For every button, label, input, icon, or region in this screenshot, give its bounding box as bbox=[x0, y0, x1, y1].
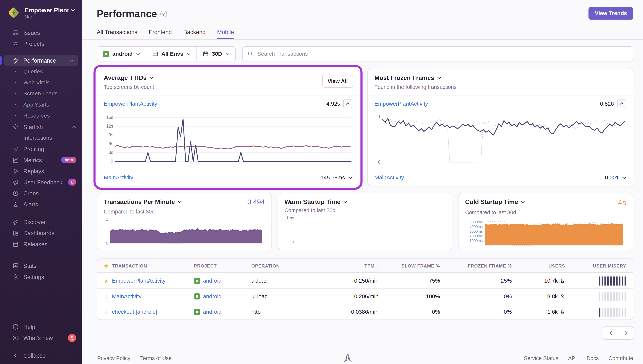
sentry-logo bbox=[342, 353, 353, 363]
metrics-icon bbox=[12, 157, 19, 163]
sidebar-item-user-feedback[interactable]: User Feedback B bbox=[0, 176, 82, 188]
column-header-sorted[interactable]: TPM ↓ bbox=[364, 263, 378, 268]
help-icon: ? bbox=[12, 324, 19, 330]
warm-startup-chart[interactable]: 1ms0 bbox=[284, 216, 445, 246]
project-link[interactable]: android bbox=[203, 278, 221, 284]
column-header[interactable]: USER MISERY bbox=[593, 263, 626, 268]
date-range-filter[interactable]: 30D bbox=[196, 47, 235, 61]
collapse-toggle-button[interactable] bbox=[617, 99, 626, 108]
frozen-frame-cell: 0% bbox=[504, 309, 512, 315]
contribute-link[interactable]: Contribute bbox=[608, 355, 633, 361]
view-all-button[interactable]: View All bbox=[322, 75, 353, 88]
widget-title[interactable]: Warm Startup Time bbox=[284, 198, 341, 205]
project-link[interactable]: android bbox=[203, 293, 221, 299]
ttid-chart[interactable]: 15s12s9s6s3s0 bbox=[97, 111, 359, 169]
expand-toggle-button[interactable] bbox=[622, 176, 626, 179]
service-status-link[interactable]: Service Status bbox=[524, 355, 558, 361]
tab-frontend[interactable]: Frontend bbox=[149, 29, 172, 39]
transaction-link[interactable]: EmpowerPlantActivity bbox=[375, 100, 428, 107]
view-trends-button[interactable]: View Trends bbox=[589, 7, 633, 20]
widget-title[interactable]: Average TTIDs bbox=[104, 74, 147, 81]
transaction-row: EmpowerPlantActivity 0.826 bbox=[368, 96, 633, 110]
sidebar-item-profiling[interactable]: Profiling bbox=[0, 144, 82, 154]
tpm-chart[interactable]: 10 bbox=[104, 217, 265, 248]
widget-title[interactable]: Transactions Per Minute bbox=[104, 198, 175, 205]
title-help-icon[interactable]: ? bbox=[160, 10, 167, 17]
sidebar-item-discover[interactable]: Discover bbox=[0, 216, 82, 227]
sidebar-item-settings[interactable]: Settings bbox=[0, 271, 82, 282]
sidebar-item-label: Replays bbox=[23, 168, 44, 174]
column-header[interactable]: SLOW FRAME % bbox=[402, 263, 440, 268]
transaction-link[interactable]: MainActivity bbox=[104, 174, 133, 181]
sidebar-item-releases[interactable]: Releases bbox=[0, 238, 82, 250]
project-link[interactable]: android bbox=[203, 309, 221, 315]
transaction-link[interactable]: checkout [android] bbox=[112, 309, 194, 315]
sidebar-item-help[interactable]: ? Help bbox=[0, 321, 82, 332]
tab-backend[interactable]: Backend bbox=[183, 29, 206, 39]
sidebar-item-alerts[interactable]: Alerts bbox=[0, 199, 82, 210]
table-row[interactable]: ★ EmpowerPlantActivity android ui.load 0… bbox=[97, 273, 633, 288]
transaction-link[interactable]: MainActivity bbox=[375, 174, 404, 181]
star-toggle[interactable]: ☆ bbox=[97, 293, 112, 300]
column-header[interactable]: USERS bbox=[548, 263, 565, 268]
column-header[interactable]: OPERATION bbox=[251, 263, 313, 268]
svg-text:3s: 3s bbox=[109, 150, 113, 155]
sidebar-item-screen-loads[interactable]: Screen Loads bbox=[0, 88, 82, 99]
search-input[interactable] bbox=[242, 46, 633, 61]
widget-title[interactable]: Cold Startup Time bbox=[465, 198, 518, 205]
transaction-link[interactable]: EmpowerPlantActivity bbox=[112, 278, 194, 284]
api-link[interactable]: API bbox=[568, 355, 577, 361]
users-cell: 8.8k bbox=[547, 293, 558, 299]
archive-icon bbox=[12, 241, 19, 247]
sidebar-item-metrics[interactable]: Metrics beta bbox=[0, 154, 82, 166]
column-header[interactable]: TRANSACTION bbox=[112, 263, 194, 268]
privacy-policy-link[interactable]: Privacy Policy bbox=[97, 355, 130, 361]
star-column-header-icon[interactable]: ★ bbox=[97, 262, 112, 269]
sidebar-item-app-starts[interactable]: App Starts bbox=[0, 99, 82, 110]
project-filter[interactable]: android bbox=[97, 47, 146, 61]
transaction-link[interactable]: MainActivity bbox=[112, 293, 194, 299]
slow-frame-cell: 75% bbox=[429, 278, 440, 284]
star-toggle[interactable]: ★ bbox=[97, 278, 112, 284]
broadcast-icon bbox=[12, 334, 19, 341]
transaction-value: 145.68ms bbox=[320, 174, 345, 181]
sidebar-item-replays[interactable]: Replays bbox=[0, 166, 82, 176]
sidebar-item-stats[interactable]: Stats bbox=[0, 260, 82, 271]
terms-of-use-link[interactable]: Terms of Use bbox=[140, 355, 172, 361]
environment-filter[interactable]: All Envs bbox=[146, 47, 196, 61]
sidebar-item-interactions[interactable]: Interactions bbox=[0, 132, 82, 143]
org-switcher[interactable]: Empower Plant Nar bbox=[0, 0, 82, 24]
column-header[interactable]: FROZEN FRAME % bbox=[468, 263, 512, 268]
chevron-up-icon bbox=[70, 59, 74, 62]
sidebar-item-queries[interactable]: Queries bbox=[0, 66, 82, 77]
collapse-toggle-button[interactable] bbox=[343, 99, 352, 108]
expand-toggle-button[interactable] bbox=[348, 176, 352, 179]
whats-new-count-badge: 5 bbox=[68, 334, 76, 342]
sidebar-item-web-vitals[interactable]: Web Vitals bbox=[0, 77, 82, 88]
cold-startup-chart[interactable]: 5000ms4000ms3000ms2000ms1000ms bbox=[465, 218, 626, 248]
transaction-link[interactable]: EmpowerPlantActivity bbox=[104, 100, 157, 107]
star-toggle[interactable]: ☆ bbox=[97, 309, 112, 315]
tab-all-transactions[interactable]: All Transactions bbox=[97, 29, 137, 39]
sidebar-item-label: Discover bbox=[23, 218, 46, 225]
frozen-frames-chart[interactable]: 10 bbox=[368, 111, 633, 169]
column-header[interactable]: PROJECT bbox=[194, 263, 251, 268]
sidebar-item-performance[interactable]: Performance bbox=[4, 55, 78, 66]
sidebar-item-whats-new[interactable]: What's new 5 bbox=[0, 332, 82, 343]
sidebar-item-resources[interactable]: Resources bbox=[0, 110, 82, 121]
docs-link[interactable]: Docs bbox=[586, 355, 599, 361]
sidebar-item-starfish[interactable]: Starfish bbox=[0, 121, 82, 132]
widget-title[interactable]: Most Frozen Frames bbox=[375, 74, 434, 81]
sidebar-item-projects[interactable]: Projects bbox=[0, 38, 82, 49]
sidebar-item-issues[interactable]: Issues bbox=[0, 27, 82, 38]
table-row[interactable]: ☆ MainActivity android ui.load 0.206/min… bbox=[97, 288, 633, 304]
table-row[interactable]: ☆ checkout [android] android http 0.0386… bbox=[97, 304, 633, 320]
previous-page-button[interactable] bbox=[603, 327, 618, 339]
sidebar-collapse-button[interactable]: Collapse bbox=[0, 350, 82, 361]
sidebar-item-label: User Feedback bbox=[23, 179, 62, 185]
sidebar-item-crons[interactable]: Crons bbox=[0, 188, 82, 198]
next-page-button[interactable] bbox=[618, 327, 633, 339]
sidebar-item-label: Starfish bbox=[23, 124, 43, 130]
sidebar-item-dashboards[interactable]: Dashboards bbox=[0, 227, 82, 238]
tab-mobile[interactable]: Mobile bbox=[217, 29, 234, 39]
